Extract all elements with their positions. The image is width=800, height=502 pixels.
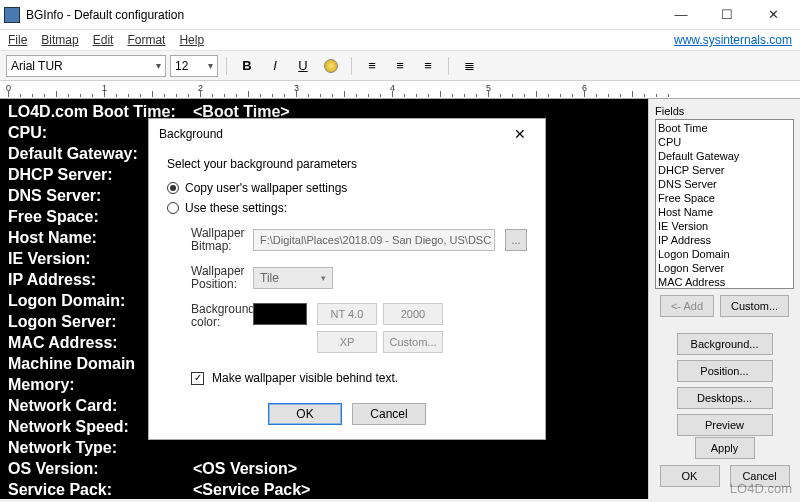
wallpaper-bitmap-label: Wallpaper Bitmap: (167, 227, 243, 253)
window-title: BGInfo - Default configuration (26, 8, 658, 22)
fields-listbox[interactable]: Boot TimeCPUDefault GatewayDHCP ServerDN… (655, 119, 794, 289)
ruler: 0123456 (0, 81, 800, 99)
color-swatch-icon (324, 59, 338, 73)
field-list-item[interactable]: DNS Server (658, 177, 791, 191)
minimize-button[interactable]: — (658, 0, 704, 30)
field-list-item[interactable]: CPU (658, 135, 791, 149)
menu-bitmap[interactable]: Bitmap (41, 33, 78, 47)
side-panel: Fields Boot TimeCPUDefault GatewayDHCP S… (648, 99, 800, 499)
radio-copy-settings[interactable]: Copy user's wallpaper settings (167, 181, 527, 195)
main-ok-button[interactable]: OK (660, 465, 720, 487)
editor-line: Service Pack:<Service Pack> (8, 479, 640, 499)
menu-help[interactable]: Help (179, 33, 204, 47)
field-list-item[interactable]: Host Name (658, 205, 791, 219)
radio-use-settings[interactable]: Use these settings: (167, 201, 527, 215)
dialog-titlebar: Background ✕ (149, 119, 545, 149)
checkbox-icon (191, 372, 204, 385)
background-color-label: Background color: (167, 303, 243, 329)
field-label: Network Type: (8, 437, 193, 458)
editor-line: OS Version:<OS Version> (8, 458, 640, 479)
field-list-item[interactable]: Free Space (658, 191, 791, 205)
field-list-item[interactable]: Logon Server (658, 261, 791, 275)
visible-behind-text-checkbox[interactable]: Make wallpaper visible behind text. (167, 371, 527, 385)
field-list-item[interactable]: MAC Address (658, 275, 791, 289)
align-right-button[interactable]: ≡ (416, 55, 440, 77)
menubar: File Bitmap Edit Format Help www.sysinte… (0, 30, 800, 51)
menu-format[interactable]: Format (127, 33, 165, 47)
menu-file[interactable]: File (8, 33, 27, 47)
wallpaper-position-select[interactable]: Tile (253, 267, 333, 289)
desktops-button[interactable]: Desktops... (677, 387, 773, 409)
preset-2000-button[interactable]: 2000 (383, 303, 443, 325)
preview-button[interactable]: Preview (677, 414, 773, 436)
bullets-button[interactable]: ≣ (457, 55, 481, 77)
align-center-button[interactable]: ≡ (388, 55, 412, 77)
radio-icon (167, 182, 179, 194)
window-controls: — ☐ ✕ (658, 0, 796, 30)
position-button[interactable]: Position... (677, 360, 773, 382)
browse-bitmap-button[interactable]: ... (505, 229, 527, 251)
app-icon (4, 7, 20, 23)
field-list-item[interactable]: Logon Domain (658, 247, 791, 261)
field-value: <Service Pack> (193, 481, 310, 498)
sysinternals-link[interactable]: www.sysinternals.com (674, 33, 792, 47)
close-button[interactable]: ✕ (750, 0, 796, 30)
wallpaper-bitmap-input[interactable]: F:\Digital\Places\2018.09 - San Diego, U… (253, 229, 495, 251)
underline-button[interactable]: U (291, 55, 315, 77)
field-list-item[interactable]: IP Address (658, 233, 791, 247)
dialog-title: Background (159, 127, 505, 141)
background-color-swatch[interactable] (253, 303, 307, 325)
main-cancel-button[interactable]: Cancel (730, 465, 790, 487)
field-list-item[interactable]: Boot Time (658, 121, 791, 135)
field-list-item[interactable]: IE Version (658, 219, 791, 233)
editor-line: Network Type: (8, 437, 640, 458)
font-size-select[interactable]: 12 (170, 55, 218, 77)
fields-label: Fields (655, 105, 794, 117)
apply-button[interactable]: Apply (695, 437, 755, 459)
preset-xp-button[interactable]: XP (317, 331, 377, 353)
maximize-button[interactable]: ☐ (704, 0, 750, 30)
field-list-item[interactable]: Default Gateway (658, 149, 791, 163)
add-field-button[interactable]: <- Add (660, 295, 714, 317)
field-list-item[interactable]: DHCP Server (658, 163, 791, 177)
field-label: Service Pack: (8, 479, 193, 499)
font-family-select[interactable]: Arial TUR (6, 55, 166, 77)
dialog-cancel-button[interactable]: Cancel (352, 403, 426, 425)
menu-edit[interactable]: Edit (93, 33, 114, 47)
wallpaper-position-label: Wallpaper Position: (167, 265, 243, 291)
text-color-button[interactable] (319, 55, 343, 77)
dialog-ok-button[interactable]: OK (268, 403, 342, 425)
dialog-prompt: Select your background parameters (167, 157, 527, 171)
preset-custom-button[interactable]: Custom... (383, 331, 443, 353)
field-value: <OS Version> (193, 460, 297, 477)
italic-button[interactable]: I (263, 55, 287, 77)
align-left-button[interactable]: ≡ (360, 55, 384, 77)
background-dialog: Background ✕ Select your background para… (148, 118, 546, 440)
custom-field-button[interactable]: Custom... (720, 295, 789, 317)
preset-nt40-button[interactable]: NT 4.0 (317, 303, 377, 325)
bold-button[interactable]: B (235, 55, 259, 77)
dialog-close-button[interactable]: ✕ (505, 126, 535, 142)
titlebar: BGInfo - Default configuration — ☐ ✕ (0, 0, 800, 30)
background-button[interactable]: Background... (677, 333, 773, 355)
field-label: OS Version: (8, 458, 193, 479)
radio-icon (167, 202, 179, 214)
format-toolbar: Arial TUR 12 B I U ≡ ≡ ≡ ≣ (0, 51, 800, 81)
